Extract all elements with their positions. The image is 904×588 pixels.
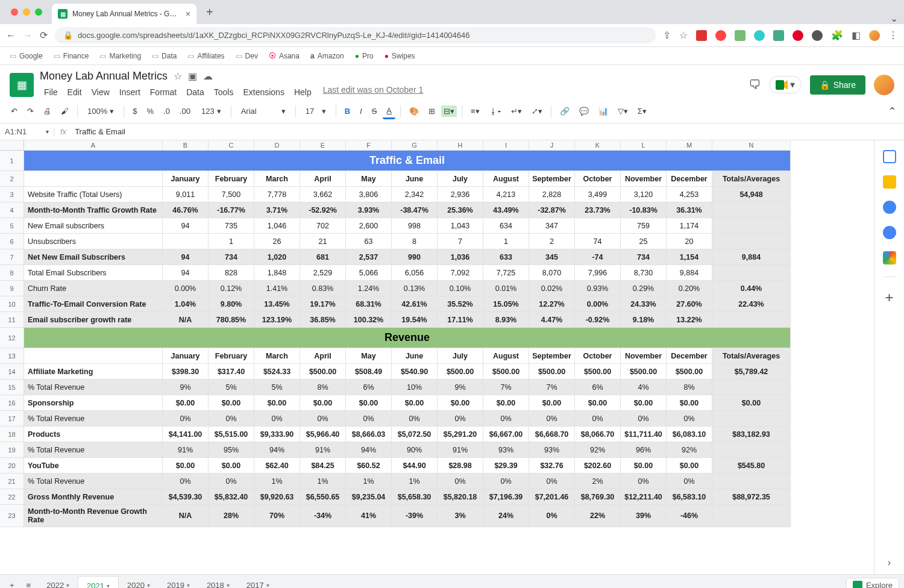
italic-icon[interactable]: I (356, 104, 366, 118)
contacts-icon[interactable] (883, 226, 896, 239)
back-icon[interactable]: ← (6, 30, 16, 41)
doc-title[interactable]: Money Lab Annual Metrics (40, 70, 168, 83)
sheet-tab-2020[interactable]: 2020▾ (119, 576, 159, 589)
functions-icon[interactable]: Σ▾ (634, 104, 650, 118)
close-window-icon[interactable] (11, 8, 18, 16)
account-avatar-icon[interactable] (874, 75, 894, 95)
bold-icon[interactable]: B (341, 104, 354, 118)
extension-icon[interactable] (735, 30, 745, 41)
sidepanel-icon[interactable]: ◧ (852, 30, 861, 41)
bookmark-asana[interactable]: ⦿Asana (269, 52, 300, 60)
currency-icon[interactable]: $ (129, 104, 140, 118)
sheet-tab-2018[interactable]: 2018▾ (198, 576, 238, 589)
explore-button[interactable]: Explore (846, 578, 899, 589)
h-align-icon[interactable]: ≡▾ (467, 104, 483, 118)
add-addon-icon[interactable]: + (885, 289, 893, 306)
sheet-tab-2019[interactable]: 2019▾ (159, 576, 198, 589)
rotate-icon[interactable]: ⤢▾ (528, 104, 546, 118)
last-edit-link[interactable]: Last edit was on October 1 (323, 85, 424, 99)
menu-help[interactable]: Help (290, 85, 316, 99)
format-dropdown[interactable]: 123▾ (196, 104, 226, 118)
comment-icon[interactable]: 💬 (576, 104, 592, 118)
extension-icon[interactable] (696, 30, 707, 41)
meet-button[interactable]: ▾ (769, 76, 802, 93)
extension-icon[interactable] (754, 30, 765, 41)
text-color-icon[interactable]: A (383, 104, 395, 119)
percent-icon[interactable]: % (143, 104, 157, 118)
merge-cells-icon[interactable]: ⊟▾ (441, 105, 457, 117)
calendar-icon[interactable] (883, 150, 896, 163)
bookmark-finance[interactable]: ▭Finance (54, 52, 89, 60)
extensions-icon[interactable]: 🧩 (831, 30, 843, 41)
increase-decimal-icon[interactable]: .00 (176, 104, 194, 118)
extension-icon[interactable] (773, 30, 784, 41)
formula-content[interactable]: Traffic & Email (72, 127, 128, 136)
share-button[interactable]: 🔒 Share (810, 75, 865, 95)
menu-file[interactable]: File (40, 85, 62, 99)
paint-format-icon[interactable]: 🖌 (57, 104, 72, 118)
star-icon[interactable]: ☆ (679, 30, 688, 41)
bookmark-swipes[interactable]: ●Swipes (385, 52, 415, 60)
undo-icon[interactable]: ↶ (7, 104, 21, 118)
bookmark-google[interactable]: ▭Google (10, 52, 43, 60)
wrap-icon[interactable]: ↵▾ (507, 104, 526, 118)
collapse-toolbar-icon[interactable]: ⌃ (888, 105, 897, 118)
v-align-icon[interactable]: ⭳▾ (486, 104, 505, 118)
extension-icon[interactable] (715, 30, 726, 41)
menu-edit[interactable]: Edit (63, 85, 86, 99)
sheet-tab-2022[interactable]: 2022▾ (38, 576, 78, 589)
sheet-tab-2021[interactable]: 2021▾ (78, 576, 119, 589)
keep-icon[interactable] (883, 175, 896, 189)
share-icon[interactable]: ⇪ (663, 30, 671, 41)
bookmark-pro[interactable]: ●Pro (355, 52, 374, 60)
comment-history-icon[interactable]: 🗨 (749, 78, 761, 92)
bookmark-dev[interactable]: ▭Dev (236, 52, 258, 60)
borders-icon[interactable]: ⊞ (425, 104, 439, 118)
star-icon[interactable]: ☆ (174, 70, 182, 82)
reload-icon[interactable]: ⟳ (40, 30, 48, 41)
link-icon[interactable]: 🔗 (556, 104, 573, 118)
menu-tools[interactable]: Tools (210, 85, 238, 99)
sheet-tab-2017[interactable]: 2017▾ (238, 576, 278, 589)
redo-icon[interactable]: ↷ (24, 104, 37, 118)
font-dropdown[interactable]: Arial▾ (236, 104, 290, 118)
sheets-logo-icon[interactable]: ▦ (10, 73, 34, 97)
zoom-dropdown[interactable]: 100%▾ (83, 104, 119, 118)
menu-icon[interactable]: ⋮ (888, 30, 898, 41)
move-icon[interactable]: ▣ (188, 70, 197, 82)
menu-format[interactable]: Format (146, 85, 181, 99)
font-size-dropdown[interactable]: 17▾ (301, 104, 331, 118)
decrease-decimal-icon[interactable]: .0 (160, 104, 174, 118)
name-box[interactable]: A1:N1▾ (0, 127, 54, 136)
cloud-icon[interactable]: ☁ (203, 70, 213, 82)
extension-icon[interactable] (793, 30, 803, 41)
spreadsheet[interactable]: ABCDEFGHIJKLMN1Traffic & Email2JanuaryFe… (0, 140, 874, 574)
extension-icon[interactable] (812, 30, 823, 41)
maximize-window-icon[interactable] (35, 8, 42, 16)
close-tab-icon[interactable]: × (186, 9, 190, 19)
fill-color-icon[interactable]: 🎨 (406, 104, 422, 118)
menu-data[interactable]: Data (182, 85, 209, 99)
chart-icon[interactable]: 📊 (595, 104, 612, 118)
menu-view[interactable]: View (87, 85, 114, 99)
filter-icon[interactable]: ▽▾ (614, 104, 632, 118)
profile-avatar-icon[interactable] (869, 30, 880, 41)
bookmark-marketing[interactable]: ▭Marketing (99, 52, 141, 60)
minimize-window-icon[interactable] (23, 8, 30, 16)
menu-insert[interactable]: Insert (115, 85, 145, 99)
bookmark-amazon[interactable]: aAmazon (310, 52, 344, 60)
new-tab-button[interactable]: + (201, 5, 218, 19)
print-icon[interactable]: 🖨 (40, 104, 55, 118)
maps-icon[interactable] (883, 251, 896, 264)
browser-tab[interactable]: ▦ Money Lab Annual Metrics - G… × (52, 4, 196, 24)
add-sheet-icon[interactable]: + (5, 577, 19, 588)
bookmark-affiliates[interactable]: ▭Affiliates (187, 52, 224, 60)
tasks-icon[interactable] (883, 201, 896, 214)
menu-extensions[interactable]: Extensions (239, 85, 288, 99)
hide-panel-icon[interactable]: › (888, 557, 891, 568)
strikethrough-icon[interactable]: S (368, 104, 381, 118)
bookmark-data[interactable]: ▭Data (152, 52, 177, 60)
chevron-down-icon[interactable]: ⌄ (890, 13, 898, 24)
all-sheets-icon[interactable]: ≡ (22, 577, 36, 588)
url-input[interactable]: 🔒 docs.google.com/spreadsheets/d/1aXK_DZ… (55, 27, 656, 43)
